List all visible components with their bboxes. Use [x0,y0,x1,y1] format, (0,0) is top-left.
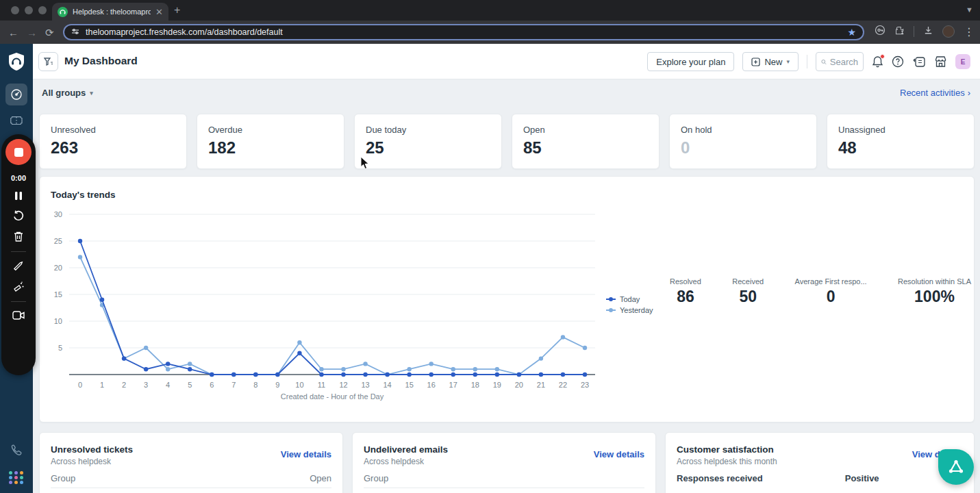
stop-recording-button[interactable] [5,139,32,165]
view-details-link[interactable]: View details [594,449,644,459]
svg-text:4: 4 [166,381,170,389]
switcher-icon [912,56,926,68]
svg-text:30: 30 [54,210,62,218]
svg-text:20: 20 [515,381,523,389]
kpi-resolved: Resolved 86 [670,277,701,306]
todays-trends-card: Today's trends 5101520253001234567891011… [39,176,975,422]
browser-actions: ⋮ [875,25,975,38]
delete-recording-button[interactable] [13,231,24,242]
pause-recording-button[interactable] [14,191,23,201]
trends-line-chart[interactable]: 5101520253001234567891011121314151617181… [40,207,608,409]
today-series-marker [606,299,616,300]
stat-card-unassigned[interactable]: Unassigned 48 [827,114,975,169]
camera-toggle-button[interactable] [12,311,25,320]
yesterday-series-marker [606,309,616,311]
svg-text:20: 20 [54,264,62,272]
svg-text:18: 18 [471,381,479,389]
freshworks-switcher-button[interactable] [912,56,926,68]
draw-tool-button[interactable] [13,261,24,272]
freshworks-widget-button[interactable] [938,449,974,485]
dashboard-filter-row: All groups ▾ Recent activities › [33,79,980,108]
search-input[interactable]: Search [816,52,864,71]
restart-recording-button[interactable] [12,210,25,222]
user-avatar[interactable]: E [955,54,970,69]
sidebar-item-dashboard[interactable] [5,84,27,105]
stat-card-open[interactable]: Open 85 [512,114,659,169]
site-info-icon[interactable] [71,26,79,38]
url-bar[interactable]: theloomaproject.freshdesk.com/a/dashboar… [63,24,864,40]
bookmark-star-icon[interactable]: ★ [847,27,856,38]
stat-card-overdue[interactable]: Overdue 182 [197,114,344,169]
recorder-divider [11,251,26,252]
view-details-link[interactable]: View details [281,449,331,459]
svg-text:17: 17 [449,381,457,389]
browser-tab[interactable]: Helpdesk : theloomaproject ✕ [52,3,168,21]
kpi-avg-first-response: Average First respo... 0 [795,277,867,306]
recording-timer: 0:00 [11,174,26,182]
plus-square-icon [751,58,760,66]
back-icon[interactable]: ← [8,27,18,38]
svg-text:0: 0 [78,381,82,389]
svg-text:Created date - Hour of the Day: Created date - Hour of the Day [281,392,384,401]
svg-text:5: 5 [188,381,192,389]
app-switcher-icon[interactable] [9,471,24,484]
header-divider [807,55,807,68]
stat-card-unresolved[interactable]: Unresolved 263 [39,114,187,169]
sidebar-item-phone[interactable] [10,444,23,459]
svg-text:9: 9 [275,381,279,389]
dashboard-filter-button[interactable] [38,52,58,71]
app-header: My Dashboard Explore your plan New ▾ Sea… [33,44,980,79]
marketplace-button[interactable] [934,55,947,68]
svg-text:12: 12 [339,381,347,389]
table-divider [364,488,644,488]
filter-funnel-icon [44,58,53,66]
recent-activities-link[interactable]: Recent activities › [900,88,970,98]
url-text[interactable]: theloomaproject.freshdesk.com/a/dashboar… [86,27,841,37]
stat-cards-row: Unresolved 263 Overdue 182 Due today 25 … [39,114,975,169]
freshdesk-logo [8,52,25,74]
browser-menu-icon[interactable]: ⋮ [964,25,975,38]
notifications-button[interactable] [872,55,883,68]
kpi-row: Resolved 86 Received 50 Average First re… [670,277,971,306]
extensions-puzzle-icon[interactable] [894,25,905,38]
page-title: My Dashboard [64,55,138,67]
svg-text:11: 11 [318,381,325,389]
svg-text:13: 13 [361,381,369,389]
legend-item-yesterday[interactable]: Yesterday [606,306,653,314]
svg-text:10: 10 [295,381,303,389]
downloads-icon[interactable] [923,25,933,38]
ticket-icon [10,115,23,126]
sidebar-item-tickets[interactable] [10,115,23,129]
window-controls[interactable] [11,6,47,14]
stat-card-on-hold[interactable]: On hold 0 [669,114,817,169]
svg-text:25: 25 [54,237,62,245]
new-button[interactable]: New ▾ [742,52,799,71]
toolbar-separator [914,26,914,37]
freshdesk-favicon [58,7,68,17]
unresolved-tickets-card: Unresolved tickets Across helpdesk View … [39,432,343,493]
groups-dropdown[interactable]: All groups ▾ [42,88,93,98]
forward-icon[interactable]: → [27,27,37,38]
phone-icon [10,444,23,457]
notification-badge [880,54,885,59]
search-icon [821,58,827,66]
kpi-received: Received 50 [732,277,764,306]
stat-card-due-today[interactable]: Due today 25 [354,114,502,169]
video-camera-icon [12,311,25,320]
legend-item-today[interactable]: Today [606,295,653,303]
effects-button[interactable] [13,281,25,292]
browser-profile-avatar[interactable] [942,25,955,38]
help-circle-icon [892,55,904,68]
svg-text:6: 6 [210,381,214,389]
reload-icon[interactable]: ⟳ [45,27,54,39]
tab-close-icon[interactable]: ✕ [155,8,163,16]
pause-icon [14,191,23,201]
password-manager-icon[interactable] [875,25,885,38]
customer-satisfaction-card: Customer satisfaction Across helpdesk th… [665,432,975,493]
new-tab-button[interactable]: + [174,5,180,16]
explore-plan-button[interactable]: Explore your plan [647,52,734,71]
help-button[interactable] [892,55,904,68]
svg-text:23: 23 [581,381,589,389]
svg-text:22: 22 [559,381,567,389]
tab-search-chevron-icon[interactable]: ▼ [966,5,973,14]
